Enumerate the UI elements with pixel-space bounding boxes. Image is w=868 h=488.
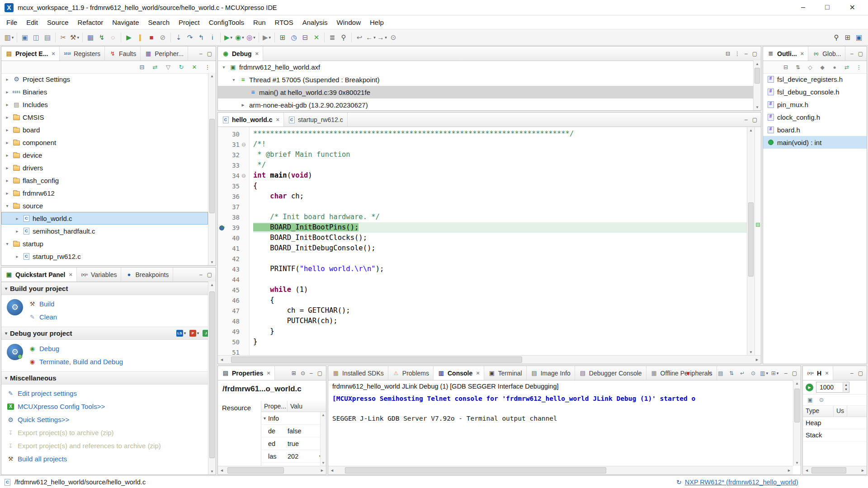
minimize-view-icon[interactable]: – xyxy=(850,51,854,57)
stepper-up-icon[interactable]: ▲ xyxy=(843,383,849,387)
maximize-view-icon[interactable]: ▢ xyxy=(317,370,322,376)
print-icon[interactable]: ▤ xyxy=(42,32,53,43)
menu-item[interactable]: Analysis xyxy=(298,16,332,28)
target-device-link[interactable]: ↻ NXP RW612* (frdmrw612_hello_world) xyxy=(676,479,798,486)
close-tab-icon[interactable]: × xyxy=(276,116,279,123)
maximize-view-icon[interactable]: ▢ xyxy=(792,370,797,376)
config-tools-icon[interactable]: ✕ xyxy=(190,63,199,72)
peripherals-tool-icon[interactable]: ⊟ xyxy=(300,32,311,43)
menu-item[interactable]: Window xyxy=(332,16,365,28)
ruler-line-50[interactable]: 50 xyxy=(218,337,249,347)
save-all-icon[interactable]: ◫ xyxy=(31,32,42,43)
ruler-line-31[interactable]: 31⊖ xyxy=(218,139,249,150)
ruler-line-47[interactable]: 47 xyxy=(218,305,249,316)
scroll-right-icon[interactable]: ► xyxy=(859,468,867,473)
close-tab-icon[interactable]: × xyxy=(255,50,259,57)
minimize-view-icon[interactable]: – xyxy=(850,370,854,376)
scroll-up-icon[interactable]: ▲ xyxy=(210,73,214,79)
expander-icon[interactable] xyxy=(4,115,10,120)
quick-search-icon[interactable]: ⚲ xyxy=(831,32,842,43)
ruler-line-49[interactable]: 49 xyxy=(218,326,249,337)
debug-tree-item[interactable]: Thread #1 57005 (Suspended : Breakpoint) xyxy=(218,73,753,86)
menu-item[interactable]: File xyxy=(2,16,22,28)
minimize-view-icon[interactable]: – xyxy=(199,51,203,57)
terminate-icon[interactable]: ■ xyxy=(684,369,692,378)
expander-icon[interactable] xyxy=(14,229,20,234)
menu-item[interactable]: RTOS xyxy=(270,16,298,28)
quickstart-action[interactable]: Terminate, Build and Debug xyxy=(28,356,123,367)
quickstart-scrollbar[interactable]: ▲ ▼ xyxy=(208,282,216,474)
quickstart-action[interactable]: Build xyxy=(28,298,57,310)
properties-scrollbar[interactable]: ▲▼ xyxy=(320,412,326,466)
project-tree-item[interactable]: CMSIS xyxy=(1,111,208,123)
scroll-left-icon[interactable]: ◄ xyxy=(803,468,811,473)
terminate-icon[interactable]: ■ xyxy=(146,32,157,43)
project-tree-item[interactable]: startup_rw612.c xyxy=(1,250,208,263)
fold-icon[interactable]: ⊖ xyxy=(240,141,248,148)
new-project-icon[interactable]: ▦ xyxy=(85,32,96,43)
minimize-view-icon[interactable]: – xyxy=(784,370,788,376)
code-line-47[interactable]: ch = GETCHAR(); xyxy=(253,305,747,316)
instruction-stepping-icon[interactable]: i xyxy=(207,32,218,43)
outline-item[interactable]: main(void) : int xyxy=(763,136,867,149)
view-tab[interactable]: Properties × xyxy=(218,366,275,380)
interval-value[interactable]: 1000 xyxy=(816,384,843,391)
maximize-view-icon[interactable]: ▢ xyxy=(752,51,757,57)
scroll-thumb[interactable] xyxy=(811,467,846,474)
code-line-33[interactable]: */ xyxy=(253,160,747,170)
ruler-line-43[interactable]: 43 xyxy=(218,264,249,274)
view-tab[interactable]: Registers × xyxy=(60,47,105,61)
scroll-up-icon[interactable]: ▲ xyxy=(210,282,214,288)
project-tree-item[interactable]: component xyxy=(1,136,208,149)
code-line-48[interactable]: PUTCHAR(ch); xyxy=(253,316,747,326)
project-tree-item[interactable]: semihost_hardfault.c xyxy=(1,225,208,237)
ruler-line-30[interactable]: 30 xyxy=(218,129,249,139)
close-tab-icon[interactable]: × xyxy=(476,370,480,376)
maximize-view-icon[interactable]: ▢ xyxy=(752,117,757,123)
view-tab[interactable]: H × xyxy=(803,366,833,380)
quickstart-action[interactable]: Edit project settings xyxy=(7,388,161,399)
properties-horizontal-scrollbar[interactable]: ◄ ► xyxy=(218,466,326,474)
project-tree-scrollbar[interactable]: ▲ ▼ xyxy=(208,73,216,265)
expander-icon[interactable] xyxy=(14,254,20,259)
scroll-up-icon[interactable]: ▲ xyxy=(749,127,753,133)
code-line-44[interactable] xyxy=(253,274,747,285)
close-tab-icon[interactable]: × xyxy=(825,370,829,376)
profile-icon[interactable]: ◎ xyxy=(245,32,256,43)
view-tab[interactable]: Quickstart Panel × xyxy=(1,267,77,282)
scroll-thumb[interactable] xyxy=(794,389,800,422)
quickstart-action[interactable]: Export project(s) and references to arch… xyxy=(7,440,161,451)
scroll-right-icon[interactable]: ► xyxy=(785,468,793,473)
console-horizontal-scrollbar[interactable]: ◄ ► xyxy=(328,466,793,474)
view-tab[interactable]: Debug × xyxy=(218,47,263,61)
project-tree-item[interactable]: drivers xyxy=(1,161,208,174)
view-tab[interactable]: Faults × xyxy=(105,47,141,61)
config-tools-icon[interactable]: ✕ xyxy=(311,32,322,43)
ruler-line-45[interactable]: 45 xyxy=(218,285,249,295)
close-tab-icon[interactable]: × xyxy=(69,271,73,278)
snapshot-icon[interactable]: ▣ xyxy=(807,396,814,404)
hide-static-icon[interactable]: ◆ xyxy=(818,63,826,72)
quickstart-action[interactable]: Quick Settings>> xyxy=(7,414,161,425)
filter-icon[interactable]: ▽ xyxy=(164,63,173,72)
ruler-line-35[interactable]: 35 xyxy=(218,181,249,191)
maximize-window-button[interactable]: □ xyxy=(825,3,830,12)
scroll-thumb[interactable] xyxy=(755,68,760,84)
step-return-icon[interactable]: ↰ xyxy=(196,32,207,43)
menu-item[interactable]: Run xyxy=(249,16,270,28)
scroll-down-icon[interactable]: ▼ xyxy=(755,104,759,110)
view-tab[interactable]: Breakpoints × xyxy=(121,267,173,282)
sync-icon[interactable]: ↻ xyxy=(177,63,186,72)
column-header[interactable]: Valu xyxy=(288,401,326,412)
view-tab[interactable]: Glob... × xyxy=(808,47,845,61)
pin-view-icon[interactable]: ⊙ xyxy=(301,370,305,376)
project-tree-item[interactable]: source xyxy=(1,199,208,212)
close-tab-icon[interactable]: × xyxy=(801,50,804,57)
remove-launch-icon[interactable]: ✕ xyxy=(695,369,703,378)
expander-icon[interactable] xyxy=(4,77,10,82)
collapse-all-icon[interactable]: ⊟ xyxy=(137,63,146,72)
expander-icon[interactable] xyxy=(4,203,10,208)
program-flash-icon[interactable]: ↯ xyxy=(96,32,107,43)
ruler-line-38[interactable]: 38 xyxy=(218,212,249,222)
scroll-thumb[interactable] xyxy=(227,467,284,474)
